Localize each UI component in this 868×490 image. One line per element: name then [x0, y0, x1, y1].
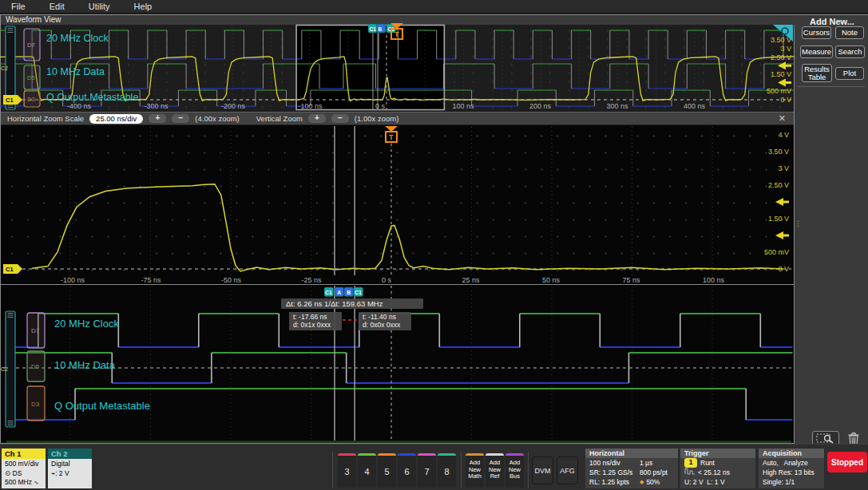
channel-5-button[interactable]: 5 [378, 453, 396, 488]
zoom-time-tick-label: -25 ns [302, 276, 323, 284]
zoom-trigger-flag [385, 126, 398, 132]
channel-2-badge[interactable]: Ch 2 Digital ⌁: 2 V [48, 449, 92, 488]
ch2-mode: Digital [51, 460, 92, 469]
horizontal-panel[interactable]: Horizontal 100 ns/div1 µs SR: 1.25 GS/s8… [585, 449, 678, 488]
acquisition-panel[interactable]: Acquisition Auto, Analyze High Res: 13 b… [759, 449, 824, 488]
cursor-b-data: d: 0x0x 0xxx [363, 321, 401, 329]
cursor-badge-label: A [337, 290, 341, 295]
channel-label: 20 MHz Clock [54, 318, 119, 330]
trigger-upper-level-arrow [778, 61, 791, 69]
zoom-volt-label: 3.50 V [768, 148, 789, 156]
trigger-levels: U: 2 V L: 1 V [684, 477, 725, 487]
channel-8-button[interactable]: 8 [438, 453, 456, 488]
results-table-button[interactable]: Results Table [802, 64, 832, 82]
delta-t-readout: Δt: 6.26 ns 1/Δt: 159.63 MHz [286, 299, 383, 308]
close-zoom-bar-icon[interactable]: ✕ [779, 113, 786, 124]
zoom-time-tick-label: 75 ns [623, 276, 641, 284]
zoom-time-tick-label: -50 ns [221, 276, 242, 284]
overview-time-tick-label: 300 ns [607, 102, 629, 110]
channel-label: 20 MHz Clock [46, 33, 109, 44]
zoom-volt-label: 2.50 V [768, 181, 789, 189]
trigger-type: Runt [700, 458, 715, 468]
measure-button[interactable]: Measure [800, 45, 833, 58]
h-zoom-minus-button[interactable]: − [172, 114, 189, 123]
zoom-time-tick-label: 50 ns [542, 276, 561, 284]
zoom-select-icon [816, 433, 835, 444]
afg-button[interactable]: AFG [557, 456, 578, 484]
zoom-scale-toolbar: Horizontal Zoom Scale 25.00 ns/div + − (… [1, 112, 794, 125]
probe-icon: ⊙ [5, 469, 10, 477]
h-sample-rate: SR: 1.25 GS/s [589, 468, 640, 477]
channel-label: Q Output Metastable [46, 92, 138, 103]
channel-4-label: 4 [364, 467, 369, 476]
channel-6-label: 6 [404, 467, 409, 476]
zoom-time-tick-label: -75 ns [141, 276, 162, 284]
zoom-volt-label: 3 V [778, 164, 789, 172]
sidebar-drag-handle-icon[interactable]: ⋮ [795, 220, 800, 252]
overview-time-tick-label: 400 ns [684, 102, 706, 110]
overview-time-tick-label: -200 ns [221, 102, 246, 110]
statusbar-separator [528, 452, 529, 488]
add-new-ref-button[interactable]: Add New Ref [486, 453, 504, 488]
bandwidth-icon: ∿ [34, 480, 38, 485]
analog-zoom-waveform-panel[interactable]: T-100 ns-75 ns-50 ns-25 ns0 s25 ns50 ns7… [0, 125, 795, 285]
search-button[interactable]: Search [835, 45, 865, 58]
channel-6-button[interactable]: 6 [398, 453, 416, 488]
zoom-volt-label: 4 V [778, 131, 789, 139]
h-zoom-scale-input[interactable]: 25.00 ns/div [89, 114, 143, 124]
channel-5-label: 5 [384, 467, 389, 476]
digital-zoom-waveform-panel[interactable]: C1ABC1Δt: 6.26 ns 1/Δt: 159.63 MHzt: -17… [0, 285, 795, 444]
channel-label: 10 MHz Data [54, 359, 116, 371]
channel-label: 10 MHz Data [46, 66, 105, 77]
overview-volt-label: 0 V [780, 96, 791, 104]
cursor-b-time: t: -11.40 ns [363, 313, 396, 321]
v-zoom-plus-button[interactable]: + [308, 114, 326, 123]
menu-edit[interactable]: Edit [50, 2, 65, 11]
cursor-badge-label: C1 [355, 290, 362, 295]
menu-help[interactable]: Help [134, 2, 153, 11]
ch1-bandwidth: 500 MHz [5, 478, 32, 486]
add-new-math-button[interactable]: Add New Math [466, 453, 484, 488]
ch1-position-badge-label: C1 [6, 266, 14, 273]
plot-button[interactable]: Plot [835, 67, 864, 80]
trigger-upper-level-arrow [775, 198, 789, 206]
channel-4-button[interactable]: 4 [358, 453, 376, 488]
ch2-position-marker: C2 [1, 65, 8, 71]
cursor-a-time: t: -17.66 ns [293, 313, 327, 321]
zoom-time-tick-label: 100 ns [703, 276, 725, 284]
channel-3-label: 3 [344, 467, 349, 476]
cursor-badge-label: C1 [370, 26, 377, 32]
cursor-badge-label: B [347, 290, 351, 295]
v-zoom-minus-button[interactable]: − [331, 114, 349, 123]
overview-volt-label: 500 mV [767, 87, 791, 95]
zoom-time-tick-label: 0 s [382, 276, 392, 284]
d5-badge-label: D5 [27, 74, 35, 81]
trigger-width: < 25.12 ns [698, 468, 730, 477]
oscilloscope-app: File Edit Utility Help Waveform View -40… [0, 0, 868, 490]
zoom-time-tick-label: -100 ns [61, 276, 85, 284]
note-button[interactable]: Note [835, 26, 864, 39]
channel-8-label: 8 [444, 467, 449, 476]
menu-utility[interactable]: Utility [89, 2, 110, 11]
h-zoom-plus-button[interactable]: + [149, 114, 166, 123]
add-new-bus-button[interactable]: Add New Bus [505, 453, 524, 488]
channel-7-button[interactable]: 7 [418, 453, 436, 488]
add-new-title: Add New... [803, 17, 862, 26]
h-scale: 100 ns/div [589, 458, 640, 468]
channel-1-name: Ch 1 [2, 449, 46, 459]
overview-waveform-panel[interactable]: -400 ns-300 ns-200 ns-100 ns0 s100 ns200… [0, 24, 795, 112]
cursors-button[interactable]: Cursors [802, 26, 831, 39]
v-zoom-factor-label: (1.00x zoom) [355, 114, 398, 123]
ch1-mode: DS [13, 469, 22, 477]
zoom-trigger-flag-label: T [389, 133, 394, 141]
overview-zoom-box-fill [296, 26, 444, 110]
channel-1-badge[interactable]: Ch 1 500 mV/div ⊙ DS 500 MHz ∿ [2, 449, 46, 488]
channel-3-button[interactable]: 3 [338, 453, 356, 488]
trigger-panel[interactable]: Trigger 1Runt < 25.12 ns U: 2 V L: 1 V [680, 449, 755, 488]
menu-file[interactable]: File [11, 2, 26, 11]
statusbar-separator [461, 452, 462, 488]
acquisition-panel-title: Acquisition [759, 449, 824, 458]
dvm-button[interactable]: DVM [532, 456, 553, 484]
menu-bar: File Edit Utility Help [0, 0, 868, 14]
stopped-status-button[interactable]: Stopped [827, 452, 867, 472]
